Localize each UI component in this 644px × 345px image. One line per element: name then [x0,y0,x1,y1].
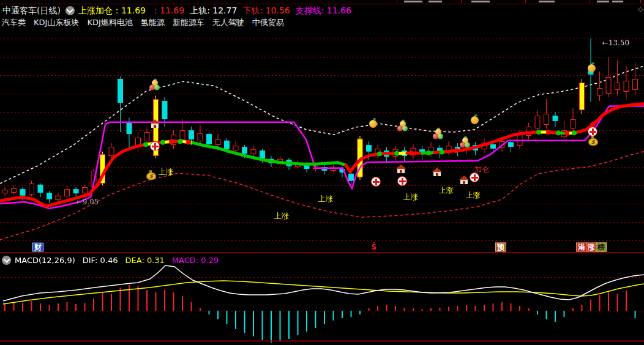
sector-tag-3[interactable]: 氢能源 [139,17,165,28]
header-field-3: 下轨: 10.56 [242,6,290,17]
orange-icon [471,114,479,124]
medical-cross-icon [150,141,160,151]
sector-tags-bar: 汽车类KDJ山东板块KDJ燃料电池氢能源新能源车无人驾驶中俄贸易 [0,17,644,29]
chevron-down-icon [67,6,73,13]
header-field-1: ：11.69 [151,6,184,17]
header-field-2: 上轨: 12.77 [190,6,237,17]
house-icon [432,168,442,176]
chart-annotation-3: 上涨 [403,192,418,202]
fruit-cluster-icon [460,137,471,149]
divider-marker-0[interactable]: 财 [32,243,43,252]
indicator-values: 上涨加仓：11.69：11.69上轨: 12.77下轨: 10.56支撑线: 1… [78,6,351,17]
fruit-cluster-icon [433,128,444,140]
sector-tag-2[interactable]: KDJ燃料电池 [85,17,132,28]
header-field-0: 上涨加仓：11.69 [78,6,146,17]
sector-tag-6[interactable]: 中俄贸易 [250,17,284,28]
macd-values: MACD(12,26,9)DIF: 0.46DEA: 0.31MACD: 0.2… [15,256,219,265]
house-icon [150,119,160,128]
money-bag-icon: $ [588,136,597,146]
chevron-down-icon [3,256,10,262]
macd-field-1: DIF: 0.46 [83,256,118,265]
money-bag-icon: $ [146,171,155,180]
macd-indicator-chart[interactable] [0,253,644,345]
macd-header: MACD(12,26,9)DIF: 0.46DEA: 0.31MACD: 0.2… [0,255,219,265]
orange-icon [588,62,596,72]
chart-annotation-6: 加仓 [474,165,489,175]
divider-marker-5[interactable]: 榜 [596,243,607,252]
chart-annotation-8: ←13.50 [602,39,629,47]
chart-annotation-2: 上涨 [318,194,333,204]
house-icon [459,176,469,184]
sector-tag-5[interactable]: 无人驾驶 [211,17,244,28]
macd-field-0: MACD(12,26,9) [15,256,75,265]
medical-cross-icon [588,127,597,136]
medical-cross-icon [397,176,407,186]
macd-field-2: DEA: 0.31 [125,256,165,265]
corner-handle-icon[interactable]: ◇ [638,6,643,12]
chart-annotation-1: 上涨 [274,211,289,221]
collapse-indicator-button[interactable] [66,6,75,15]
chart-header-bar: 中通客车(日线) 上涨加仓：11.69：11.69上轨: 12.77下轨: 10… [0,4,644,17]
chart-annotation-0: 上涨 [159,167,173,177]
macd-field-3: MACD: 0.29 [172,256,219,265]
chart-annotation-4: 上涨 [439,185,454,196]
divider-marker-2[interactable]: 预 [495,243,506,252]
orange-icon [369,118,378,128]
header-field-4: 支撑线: 11.66 [296,6,351,17]
sector-tag-4[interactable]: 新能源车 [171,17,204,28]
trading-app-window: 中通客车(日线) 上涨加仓：11.69：11.69上轨: 12.77下轨: 10… [0,0,644,345]
main-candlestick-chart[interactable] [0,28,644,253]
sector-tag-1[interactable]: KDJ山东板块 [32,17,79,28]
chart-annotation-5: 上涨 [466,190,481,201]
stock-title: 中通客车(日线) [0,6,61,17]
macd-collapse-button[interactable] [2,256,11,265]
medical-cross-icon [371,177,381,187]
sector-tag-0[interactable]: 汽车类 [0,17,26,28]
house-icon [396,165,406,173]
fruit-cluster-icon [397,121,408,132]
divider-marker-1[interactable]: Ŝ [370,243,378,251]
chart-annotation-7: ←9.05 [77,198,99,206]
fruit-cluster-icon [149,80,160,91]
top-toolbar-strip [0,0,644,4]
